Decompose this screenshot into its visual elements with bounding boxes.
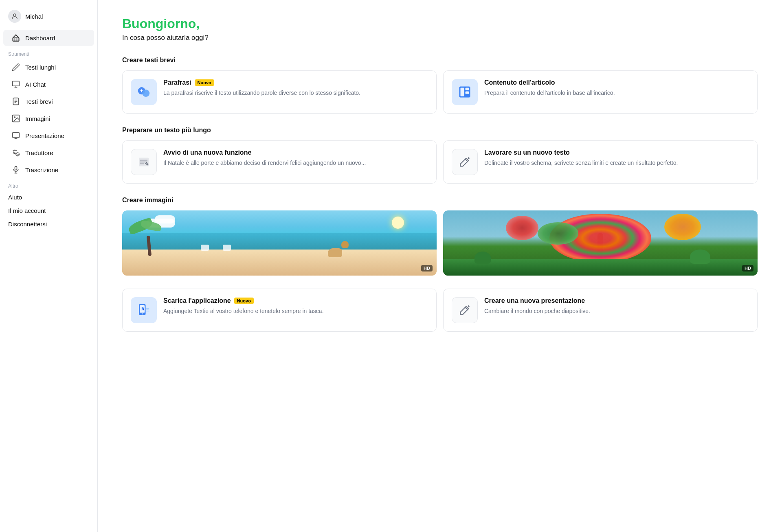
- presentazione-title: Creare una nuova presentazione: [484, 297, 749, 304]
- parafrasi-title: Parafrasi Nuovo: [163, 79, 428, 86]
- svg-point-0: [13, 14, 16, 16]
- svg-rect-14: [15, 166, 17, 170]
- wand-icon-nuovo-testo: [452, 149, 478, 175]
- sidebar-item-testi-brevi[interactable]: Testi brevi: [3, 93, 94, 109]
- image-card-beach[interactable]: HD: [122, 210, 437, 276]
- greeting-text: Buongiorno,: [122, 16, 758, 31]
- articolo-text: Contenuto dell'articolo Prepara il conte…: [484, 79, 749, 97]
- sidebar-section-altro: Altro: [0, 178, 97, 190]
- sidebar-username: Michal: [25, 13, 43, 20]
- scarica-app-title: Scarica l'applicazione Nuovo: [163, 297, 428, 304]
- sidebar-item-testi-lunghi[interactable]: Testi lunghi: [3, 59, 94, 75]
- card-nuovo-testo[interactable]: Lavorare su un nuovo testo Delineate il …: [443, 140, 758, 184]
- sidebar-item-label: Dashboard: [25, 35, 55, 42]
- testo-lungo-cards: Avvio di una nuova funzione Il Natale è …: [122, 140, 758, 184]
- svg-rect-9: [13, 133, 20, 138]
- sidebar-item-aiuto[interactable]: Aiuto: [0, 190, 97, 204]
- sidebar-user: Michal: [0, 7, 97, 29]
- sidebar: Michal Dashboard Strumenti Testi lunghi …: [0, 0, 98, 532]
- presentazione-desc: Cambiare il mondo con poche diapositive.: [484, 307, 749, 315]
- nuovo-testo-title: Lavorare su un nuovo testo: [484, 149, 749, 156]
- svg-rect-20: [466, 92, 469, 94]
- scarica-app-desc: Aggiungete Textie al vostro telefono e t…: [163, 307, 428, 315]
- avvio-title: Avvio di una nuova funzione: [163, 149, 428, 156]
- card-contenuto-articolo[interactable]: Contenuto dell'articolo Prepara il conte…: [443, 70, 758, 114]
- card-nuova-presentazione[interactable]: Creare una nuova presentazione Cambiare …: [443, 289, 758, 332]
- svg-point-28: [142, 313, 143, 315]
- section-title-testo-lungo: Preparare un testo più lungo: [122, 127, 758, 134]
- translate-icon: A: [11, 148, 20, 157]
- svg-point-16: [142, 90, 149, 97]
- parafrasi-icon: [131, 79, 157, 105]
- sidebar-item-account[interactable]: Il mio account: [0, 204, 97, 217]
- sidebar-item-label: Testi lunghi: [25, 64, 56, 71]
- sidebar-section-strumenti: Strumenti: [0, 46, 97, 59]
- avvio-text: Avvio di una nuova funzione Il Natale è …: [163, 149, 428, 167]
- subtitle-text: In cosa posso aiutarla oggi?: [122, 34, 758, 42]
- parafrasi-desc: La parafrasi riscrive il testo utilizzan…: [163, 89, 428, 97]
- svg-rect-19: [466, 88, 469, 90]
- card-parafrasi[interactable]: Parafrasi Nuovo La parafrasi riscrive il…: [122, 70, 437, 114]
- scarica-app-text: Scarica l'applicazione Nuovo Aggiungete …: [163, 297, 428, 315]
- sidebar-item-dashboard[interactable]: Dashboard: [3, 30, 94, 46]
- svg-text:A: A: [13, 151, 15, 154]
- section-title-immagini: Creare immagini: [122, 197, 758, 204]
- main-content: Buongiorno, In cosa posso aiutarla oggi?…: [98, 0, 782, 532]
- nuovo-testo-desc: Delineate il vostro schema, scrivete sen…: [484, 159, 749, 167]
- avvio-desc: Il Natale è alle porte e abbiamo deciso …: [163, 159, 428, 167]
- parafrasi-text: Parafrasi Nuovo La parafrasi riscrive il…: [163, 79, 428, 97]
- sidebar-item-label: Testi brevi: [25, 98, 53, 105]
- sidebar-item-traduttore[interactable]: A Traduttore: [3, 144, 94, 161]
- articolo-desc: Prepara il contenuto dell'articolo in ba…: [484, 89, 749, 97]
- sidebar-item-presentazione[interactable]: Presentazione: [3, 127, 94, 144]
- svg-rect-18: [461, 88, 464, 96]
- sidebar-item-label: Trascrizione: [25, 166, 58, 173]
- bottom-cards: Scarica l'applicazione Nuovo Aggiungete …: [122, 289, 758, 332]
- svg-rect-31: [146, 310, 149, 311]
- sidebar-item-label: Presentazione: [25, 132, 64, 139]
- nuovo-testo-text: Lavorare su un nuovo testo Delineate il …: [484, 149, 749, 167]
- chat-icon: [11, 80, 20, 89]
- svg-rect-30: [146, 309, 149, 309]
- svg-point-8: [14, 117, 15, 118]
- parafrasi-badge: Nuovo: [195, 79, 214, 86]
- svg-rect-32: [146, 311, 149, 312]
- sidebar-item-ai-chat[interactable]: AI Chat: [3, 76, 94, 92]
- svg-point-12: [16, 153, 19, 156]
- sidebar-item-disconnetti[interactable]: Disconnettersi: [0, 217, 97, 231]
- sidebar-item-immagini[interactable]: Immagini: [3, 110, 94, 127]
- wand-icon-presentazione: [452, 297, 478, 323]
- mic-icon: [11, 165, 20, 174]
- articolo-icon: [452, 79, 478, 105]
- sidebar-item-label: Immagini: [25, 115, 50, 122]
- image-card-flowers[interactable]: HD: [443, 210, 758, 276]
- svg-rect-1: [13, 38, 19, 41]
- card-scarica-app[interactable]: Scarica l'applicazione Nuovo Aggiungete …: [122, 289, 437, 332]
- sidebar-item-label: AI Chat: [25, 81, 46, 88]
- pencil-icon: [11, 63, 20, 72]
- hd-badge-flowers: HD: [742, 265, 753, 271]
- sidebar-item-trascrizione[interactable]: Trascrizione: [3, 162, 94, 178]
- avvio-icon: [131, 149, 157, 175]
- scarica-app-icon: [131, 297, 157, 323]
- immagini-cards: HD HD: [122, 210, 758, 276]
- card-avvio-funzione[interactable]: Avvio di una nuova funzione Il Natale è …: [122, 140, 437, 184]
- section-title-testi-brevi: Creare testi brevi: [122, 57, 758, 64]
- home-icon: [11, 33, 20, 42]
- sidebar-item-label: Traduttore: [25, 149, 53, 156]
- presentazione-text: Creare una nuova presentazione Cambiare …: [484, 297, 749, 315]
- testi-brevi-cards: Parafrasi Nuovo La parafrasi riscrive il…: [122, 70, 758, 114]
- image-icon: [11, 114, 20, 123]
- monitor-icon: [11, 131, 20, 140]
- hd-badge-beach: HD: [421, 265, 433, 271]
- svg-rect-2: [13, 81, 20, 86]
- avatar: [8, 10, 21, 23]
- scarica-app-badge: Nuovo: [234, 298, 254, 304]
- doc-icon: [11, 97, 20, 106]
- articolo-title: Contenuto dell'articolo: [484, 79, 749, 86]
